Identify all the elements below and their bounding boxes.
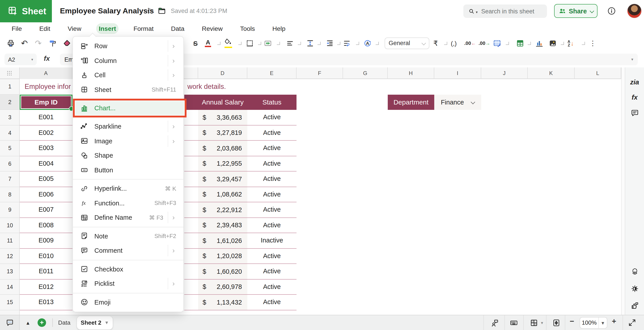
wrap-chevron-icon[interactable] [356, 41, 359, 45]
menu-item[interactable]: Comment › [73, 243, 183, 258]
column-header[interactable]: H [388, 67, 434, 79]
picklist-chevron-icon[interactable] [471, 100, 476, 105]
salary-cell[interactable]: $ 2,39,483 [198, 218, 247, 233]
search-input[interactable] [480, 7, 540, 15]
favorite-star-icon[interactable]: ☆ [146, 6, 154, 16]
menu-item[interactable]: Image › [73, 134, 183, 148]
format-painter-icon[interactable] [48, 39, 57, 48]
menu-item[interactable]: Button [73, 163, 183, 177]
sheet-tab-data[interactable]: Data [58, 315, 70, 330]
horizontal-align-chevron-icon[interactable] [298, 41, 301, 45]
eraser-icon[interactable] [62, 39, 72, 48]
toolbar-more-icon[interactable]: ⋮ [590, 39, 596, 47]
salary-cell[interactable]: $ 1,60,620 [198, 264, 247, 279]
text-rotate-icon[interactable] [363, 39, 372, 48]
currency-format-icon[interactable]: ₹ [433, 39, 438, 47]
feedback-icon[interactable] [630, 301, 639, 310]
search-box[interactable]: ▾ [463, 4, 547, 18]
emp-id-cell[interactable]: E005 [20, 171, 72, 187]
borders-chevron-icon[interactable] [258, 41, 261, 45]
menu-item[interactable]: Checkbox [73, 262, 183, 276]
salary-cell[interactable]: $ 2,60,978 [198, 279, 247, 294]
rotate-chevron-icon[interactable] [376, 41, 379, 45]
column-header[interactable]: E [247, 67, 296, 79]
fill-color-icon[interactable] [224, 37, 232, 46]
menu-item[interactable]: Shape [73, 148, 183, 163]
fx-icon[interactable]: fx [44, 54, 50, 62]
menubar-item[interactable]: Help [270, 23, 288, 34]
column-header[interactable]: K [528, 67, 575, 79]
strikethrough-icon[interactable]: S [193, 39, 198, 47]
borders-icon[interactable] [246, 39, 254, 47]
column-header[interactable]: G [343, 67, 388, 79]
comments-panel-icon[interactable] [630, 109, 639, 118]
zoom-in-icon[interactable]: + [612, 317, 616, 326]
status-cell[interactable]: Active [247, 249, 296, 263]
emp-id-cell[interactable]: E001 [20, 110, 72, 125]
menu-item[interactable]: Picklist › [73, 276, 183, 291]
wrap-text-icon[interactable] [342, 39, 351, 47]
info-icon[interactable] [607, 6, 616, 16]
menu-item[interactable]: Emoji [73, 295, 183, 310]
fit-to-screen-icon[interactable] [552, 318, 561, 327]
emp-id-cell[interactable]: E003 [20, 141, 72, 156]
merge-chevron-icon[interactable] [277, 41, 280, 45]
fullscreen-icon[interactable] [628, 318, 636, 327]
panes-caret-icon[interactable]: ▼ [540, 321, 544, 325]
document-title[interactable]: Employee Salary Analysis [60, 0, 154, 22]
conditional-format-icon[interactable] [492, 38, 502, 48]
sort-chevron-icon[interactable] [582, 41, 585, 45]
formula-expand-chevron-icon[interactable]: ▾ [631, 57, 633, 62]
table-chevron-icon[interactable] [528, 41, 531, 45]
menu-item[interactable] [73, 227, 183, 227]
select-all-corner[interactable] [0, 67, 20, 79]
vertical-align-icon[interactable] [306, 39, 314, 47]
title-fragment-right[interactable]: work details. [188, 79, 226, 94]
salary-cell[interactable]: $ 2,22,912 [198, 202, 247, 217]
menubar-item[interactable]: Tools [238, 23, 258, 34]
comments-button[interactable] [0, 315, 20, 330]
salary-cell[interactable]: $ 1,13,432 [198, 295, 247, 310]
indent-chevron-icon[interactable] [337, 41, 340, 45]
menu-item[interactable]: Chart... [73, 99, 186, 117]
scrollbar-gutter[interactable] [621, 67, 625, 315]
tab-caret-icon[interactable]: ▼ [104, 316, 109, 330]
column-header[interactable]: L [575, 67, 621, 79]
number-format-dropdown[interactable]: General [384, 37, 429, 49]
emp-id-cell[interactable]: E004 [20, 156, 72, 171]
accessibility-chat-icon[interactable] [490, 318, 499, 327]
status-cell[interactable]: Active [247, 171, 296, 186]
indent-icon[interactable] [326, 39, 334, 47]
redo-icon[interactable]: ↷ [35, 38, 42, 48]
emp-id-cell[interactable]: E006 [20, 187, 72, 202]
menubar-item[interactable]: View [65, 23, 84, 34]
menu-item[interactable] [73, 260, 183, 260]
status-header-cell[interactable]: Status [247, 94, 296, 110]
font-color-chevron-icon[interactable] [217, 41, 220, 45]
share-button[interactable]: Share [554, 4, 598, 18]
status-cell[interactable]: Active [247, 110, 296, 125]
status-cell[interactable]: Active [247, 156, 296, 171]
emp-id-cell[interactable]: E002 [20, 125, 72, 141]
status-cell[interactable]: Active [247, 141, 296, 156]
user-avatar[interactable] [628, 4, 641, 18]
emp-id-cell[interactable]: E007 [20, 202, 72, 218]
menubar-item[interactable]: Insert [96, 23, 119, 34]
status-cell[interactable]: Inactive [247, 233, 296, 248]
emp-id-cell[interactable]: E008 [20, 218, 72, 233]
menu-item[interactable]: Sparkline › [73, 119, 183, 134]
menu-item[interactable] [73, 293, 183, 293]
menu-item[interactable]: Row › [73, 39, 183, 53]
currency-chevron-icon[interactable] [444, 41, 447, 45]
freeze-panes-icon[interactable] [530, 318, 538, 327]
emp-id-cell[interactable]: E013 [20, 295, 72, 310]
undo-icon[interactable]: ↶ [21, 38, 28, 48]
emp-id-cell[interactable]: E011 [20, 264, 72, 279]
salary-cell[interactable]: $ 2,03,686 [198, 141, 247, 156]
department-picklist-cell[interactable]: Finance [434, 94, 481, 110]
image-chevron-icon[interactable] [561, 41, 564, 45]
merge-cells-icon[interactable] [264, 39, 272, 48]
status-cell[interactable]: Active [247, 264, 296, 279]
sheet-tab-active[interactable]: Sheet 2 ▼ [77, 316, 113, 330]
salary-cell[interactable]: $ 3,36,663 [198, 110, 247, 125]
